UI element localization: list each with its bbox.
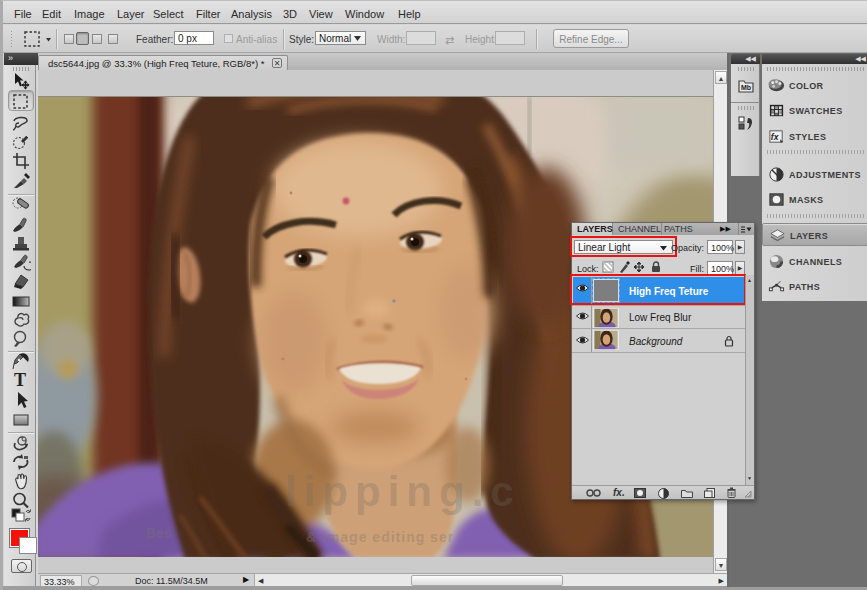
svg-text:fx: fx [771,132,780,142]
svg-text:T: T [14,370,26,390]
svg-text:Mb: Mb [741,84,751,91]
svg-text:lipping.c: lipping.c [285,468,521,515]
svg-text:& image editing ser: & image editing ser [306,529,454,545]
svg-text:Bes: Bes [146,525,172,541]
